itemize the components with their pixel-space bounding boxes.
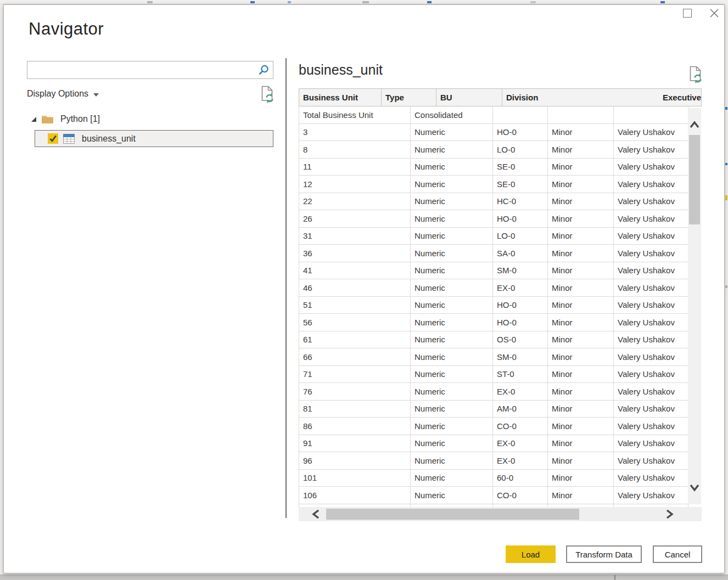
table-header-cell: Type bbox=[382, 89, 436, 106]
table-cell: 31 bbox=[299, 228, 411, 245]
table-cell: Minor bbox=[548, 401, 614, 418]
table-cell: Numeric bbox=[411, 124, 493, 141]
tree-item-label: business_unit bbox=[82, 134, 136, 144]
background-artifact bbox=[362, 1, 369, 3]
table-row: 61 Numeric OS-0 Minor Valery Ushakov bbox=[299, 331, 688, 349]
table-cell: 11 bbox=[299, 159, 411, 176]
scroll-left-icon[interactable] bbox=[311, 509, 320, 520]
table-cell: Numeric bbox=[411, 331, 493, 348]
table-icon bbox=[63, 134, 75, 144]
table-cell: SM-0 bbox=[493, 348, 548, 365]
checkbox-checked[interactable] bbox=[48, 133, 58, 144]
table-cell bbox=[493, 106, 548, 123]
background-artifact bbox=[725, 195, 727, 200]
panel-divider bbox=[285, 58, 287, 518]
scroll-down-icon[interactable] bbox=[689, 483, 700, 492]
background-artifact bbox=[288, 1, 291, 3]
transform-data-button[interactable]: Transform Data bbox=[566, 545, 642, 563]
background-window-right-edge bbox=[725, 0, 728, 580]
close-button[interactable] bbox=[708, 7, 720, 19]
table-row: 12 Numeric SE-0 Minor Valery Ushakov bbox=[299, 176, 688, 193]
table-cell: HC-0 bbox=[493, 193, 548, 210]
table-row: 56 Numeric HO-0 Minor Valery Ushakov bbox=[299, 314, 688, 331]
table-cell: 46 bbox=[299, 279, 411, 296]
table-cell: Minor bbox=[548, 262, 614, 279]
table-row: 8 Numeric LO-0 Minor Valery Ushakov bbox=[299, 141, 688, 159]
refresh-tree-button[interactable] bbox=[260, 86, 275, 105]
cancel-button[interactable]: Cancel bbox=[653, 545, 702, 563]
table-cell: EX-0 bbox=[493, 435, 548, 452]
table-cell: 86 bbox=[299, 418, 411, 435]
table-cell: Minor bbox=[548, 141, 614, 158]
search-input[interactable] bbox=[31, 63, 253, 77]
table-row: 81 Numeric AM-0 Minor Valery Ushakov bbox=[299, 401, 688, 418]
maximize-button[interactable] bbox=[683, 9, 692, 18]
table-cell bbox=[614, 106, 688, 123]
table-cell: 12 bbox=[299, 176, 411, 193]
table-cell bbox=[548, 106, 614, 123]
table-header-cell: BU bbox=[436, 89, 502, 106]
table-row: 96 Numeric EX-0 Minor Valery Ushakov bbox=[299, 452, 688, 470]
table-cell: Minor bbox=[548, 297, 614, 314]
table-cell: CO-0 bbox=[493, 487, 548, 504]
tree-expand-icon[interactable] bbox=[31, 117, 36, 122]
table-row: 91 Numeric EX-0 Minor Valery Ushakov bbox=[299, 435, 688, 453]
table-row: 106 Numeric CO-0 Minor Valery Ushakov bbox=[299, 487, 688, 504]
table-body: Total Business Unit Consolidated 3 Numer… bbox=[299, 106, 688, 504]
table-cell: 61 bbox=[299, 331, 411, 348]
table-cell: 106 bbox=[299, 487, 411, 504]
refresh-preview-button[interactable] bbox=[688, 66, 703, 86]
table-cell: 36 bbox=[299, 245, 411, 262]
table-cell: Numeric bbox=[411, 435, 493, 452]
table-cell: Total Business Unit bbox=[299, 106, 411, 123]
table-cell: Minor bbox=[548, 366, 614, 383]
background-artifact bbox=[427, 1, 432, 3]
table-cell: Valery Ushakov bbox=[614, 383, 688, 400]
table-cell: Numeric bbox=[411, 487, 493, 504]
vertical-scrollbar-thumb[interactable] bbox=[689, 135, 700, 224]
table-cell: Valery Ushakov bbox=[614, 435, 688, 452]
load-button[interactable]: Load bbox=[506, 545, 556, 563]
table-cell: Valery Ushakov bbox=[614, 418, 688, 435]
table-cell: 91 bbox=[299, 435, 411, 452]
background-artifact bbox=[660, 1, 665, 3]
table-cell: Minor bbox=[548, 124, 614, 141]
search-icon[interactable] bbox=[257, 64, 270, 76]
tree-folder-label: Python [1] bbox=[60, 114, 100, 124]
table-cell: Minor bbox=[548, 245, 614, 262]
vertical-scrollbar[interactable] bbox=[688, 108, 701, 504]
table-cell: SM-0 bbox=[493, 262, 548, 279]
table-cell: Valery Ushakov bbox=[614, 314, 688, 331]
table-cell: Valery Ushakov bbox=[614, 470, 688, 487]
table-cell: Valery Ushakov bbox=[614, 176, 688, 193]
scroll-up-icon[interactable] bbox=[689, 120, 700, 129]
horizontal-scrollbar-thumb[interactable] bbox=[326, 509, 579, 520]
table-cell: Valery Ushakov bbox=[614, 262, 688, 279]
horizontal-scrollbar[interactable] bbox=[299, 507, 702, 521]
table-cell: 76 bbox=[299, 383, 411, 400]
table-cell: Minor bbox=[548, 210, 614, 227]
table-cell: Valery Ushakov bbox=[614, 141, 688, 158]
page-title: Navigator bbox=[29, 19, 104, 39]
scroll-right-icon[interactable] bbox=[665, 509, 674, 520]
table-cell: 60-0 bbox=[493, 470, 548, 487]
table-cell: Numeric bbox=[411, 470, 493, 487]
tree-folder-python[interactable]: Python [1] bbox=[31, 112, 100, 126]
table-cell: 71 bbox=[299, 366, 411, 383]
table-cell: EX-0 bbox=[493, 279, 548, 296]
table-cell: Valery Ushakov bbox=[614, 366, 688, 383]
table-cell: Numeric bbox=[411, 193, 493, 210]
table-cell: 81 bbox=[299, 401, 411, 418]
table-cell: Valery Ushakov bbox=[614, 401, 688, 418]
table-row: 51 Numeric HO-0 Minor Valery Ushakov bbox=[299, 297, 688, 314]
tree-item-business-unit[interactable]: business_unit bbox=[35, 130, 273, 147]
table-cell: HO-0 bbox=[493, 314, 548, 331]
table-cell: Minor bbox=[548, 383, 614, 400]
navigator-dialog: Navigator Display Options Python [1] bbox=[3, 4, 725, 573]
table-row: 36 Numeric SA-0 Minor Valery Ushakov bbox=[299, 245, 688, 262]
table-cell: 3 bbox=[299, 124, 411, 141]
table-cell: Numeric bbox=[411, 159, 493, 176]
table-header-cell: Executive bbox=[659, 89, 702, 106]
table-cell: EX-0 bbox=[493, 452, 548, 469]
display-options-dropdown[interactable]: Display Options bbox=[27, 88, 99, 100]
